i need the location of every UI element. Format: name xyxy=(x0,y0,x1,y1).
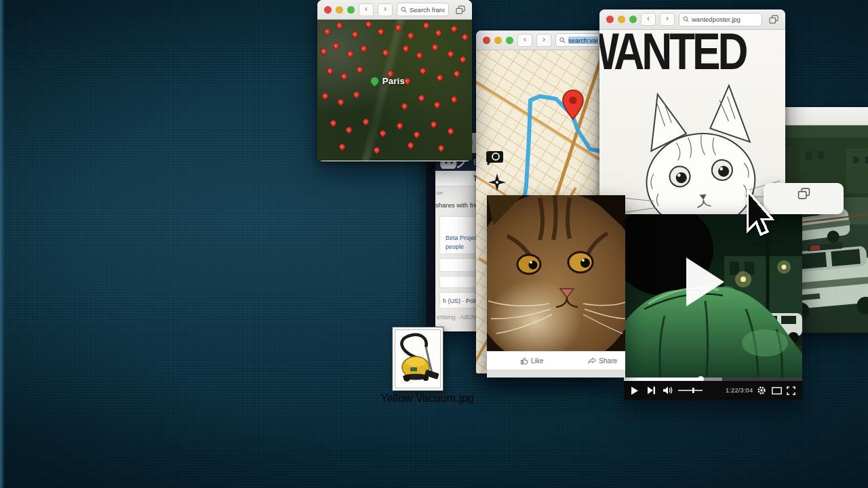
destination-pin-icon[interactable] xyxy=(561,89,585,121)
red-map-pin xyxy=(332,41,340,50)
red-map-pin xyxy=(361,117,370,126)
red-map-pin xyxy=(336,98,345,106)
window-stack-icon xyxy=(797,188,810,199)
share-button[interactable]: Share xyxy=(588,357,617,365)
paris-map-window[interactable]: ‹ › Paris xyxy=(317,0,472,161)
red-map-pin xyxy=(406,31,415,40)
fullscreen-button[interactable] xyxy=(787,381,795,400)
red-map-pin xyxy=(406,141,415,150)
red-map-pin xyxy=(381,48,390,57)
back-button[interactable]: ‹ xyxy=(517,34,532,47)
address-bar[interactable] xyxy=(397,3,449,16)
red-map-pin xyxy=(329,119,338,127)
like-label: Like xyxy=(531,357,543,365)
video-scrubber-handle[interactable] xyxy=(698,376,704,381)
minimize-button[interactable] xyxy=(336,6,343,14)
vacuum-cleaner-image xyxy=(397,332,439,386)
search-input[interactable] xyxy=(568,37,598,44)
red-map-pin xyxy=(458,56,467,64)
red-map-pin xyxy=(446,49,455,58)
zoom-button[interactable] xyxy=(629,16,637,23)
search-icon xyxy=(401,7,407,13)
wanted-window-titlebar[interactable]: ‹ › xyxy=(599,9,785,30)
play-button[interactable] xyxy=(631,381,639,400)
red-map-pin xyxy=(452,69,461,78)
people-link[interactable]: people xyxy=(446,243,464,250)
mouse-cursor-arrow xyxy=(743,190,778,237)
like-button[interactable]: Like xyxy=(521,357,543,365)
red-map-pin xyxy=(433,100,441,109)
red-map-pin xyxy=(360,44,369,53)
video-player-window[interactable]: 1:22/3:04 xyxy=(624,214,802,400)
vacuum-thumbnail xyxy=(393,327,443,390)
red-map-pin xyxy=(351,30,359,39)
streetview-photo-icon[interactable] xyxy=(486,150,504,166)
compass-icon[interactable] xyxy=(488,174,506,191)
close-button[interactable] xyxy=(483,37,490,44)
forward-button[interactable]: › xyxy=(378,3,393,16)
settings-button[interactable] xyxy=(757,381,766,400)
volume-button[interactable] xyxy=(663,381,673,400)
wanted-headline: WANTED xyxy=(599,30,745,81)
thumb-up-icon xyxy=(521,357,528,365)
red-map-pin xyxy=(378,129,387,138)
address-input[interactable] xyxy=(692,16,758,23)
red-map-pin xyxy=(319,47,328,56)
miniplayer-button[interactable] xyxy=(772,381,782,400)
forward-button[interactable]: › xyxy=(660,13,675,26)
search-input[interactable] xyxy=(410,6,445,14)
red-map-pin xyxy=(435,74,444,83)
red-map-pin xyxy=(340,72,349,81)
night-street-video-still xyxy=(624,214,802,381)
red-map-pin xyxy=(401,44,410,53)
red-map-pin xyxy=(446,127,455,136)
red-map-pin xyxy=(450,95,458,104)
paris-map-label: Paris xyxy=(382,76,405,86)
minimize-button[interactable] xyxy=(494,37,502,44)
file-name-label[interactable]: Yellow Vacuum.jpg xyxy=(378,392,476,405)
close-button[interactable] xyxy=(606,16,614,23)
red-map-pin xyxy=(429,120,438,129)
forward-button[interactable]: › xyxy=(536,34,551,47)
red-map-pin xyxy=(372,146,381,155)
cat-photo-post: Like Share xyxy=(487,195,625,378)
share-label: Share xyxy=(599,357,617,365)
red-map-pin xyxy=(323,27,332,36)
volume-slider[interactable] xyxy=(678,381,704,400)
close-button[interactable] xyxy=(324,6,332,14)
share-arrow-icon xyxy=(588,357,596,365)
paris-satellite-map[interactable]: Paris xyxy=(317,20,472,161)
text-fragment: on xyxy=(437,190,443,196)
zoom-button[interactable] xyxy=(347,6,355,14)
address-bar[interactable] xyxy=(555,33,602,47)
red-map-pin xyxy=(460,33,469,41)
paris-window-titlebar[interactable]: ‹ › xyxy=(317,0,472,20)
vancouver-window-titlebar[interactable]: ‹ › xyxy=(476,30,609,50)
search-icon xyxy=(559,37,566,43)
back-button[interactable]: ‹ xyxy=(641,13,656,26)
back-button[interactable]: ‹ xyxy=(359,3,374,16)
red-map-pin xyxy=(450,24,458,33)
window-stack-icon[interactable] xyxy=(456,5,465,14)
window-stack-icon[interactable] xyxy=(769,15,778,24)
beta-project-link[interactable]: Beta Project xyxy=(446,235,479,241)
red-map-pin xyxy=(416,51,425,60)
red-map-pin xyxy=(346,49,355,58)
zoom-button[interactable] xyxy=(506,37,513,44)
post-footer-strip xyxy=(487,369,625,378)
red-map-pin xyxy=(400,102,409,110)
red-map-pin xyxy=(364,20,373,29)
red-map-pin xyxy=(417,94,426,102)
red-map-pin xyxy=(335,22,344,30)
video-time-display: 1:22/3:04 xyxy=(726,381,753,400)
address-bar[interactable] xyxy=(679,13,762,26)
yellow-vacuum-file-icon[interactable] xyxy=(392,327,443,391)
red-map-pin xyxy=(338,142,347,151)
red-map-pin xyxy=(355,65,364,74)
next-button[interactable] xyxy=(647,381,656,400)
video-frame[interactable] xyxy=(624,214,802,381)
minimize-button[interactable] xyxy=(618,16,625,23)
search-icon xyxy=(683,16,689,22)
red-map-pin xyxy=(418,66,427,75)
red-map-pin xyxy=(437,144,446,153)
